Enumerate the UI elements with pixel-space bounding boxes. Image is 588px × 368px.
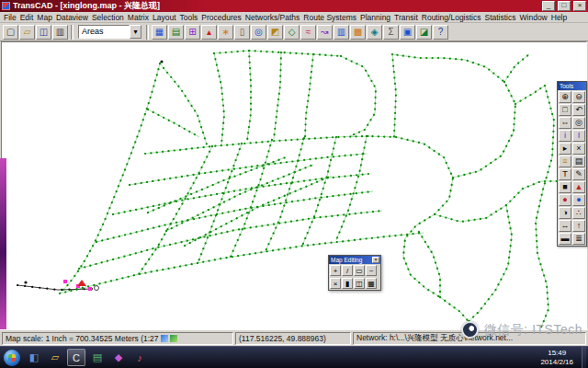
layer-dropdown[interactable]: Areas ▾ [78,25,141,39]
network-button[interactable]: ◇ [284,25,300,40]
info-tool[interactable]: i [559,130,571,142]
pan-tool[interactable]: ⇔ [559,117,571,129]
delete-element-button[interactable]: × [330,278,341,289]
layers-icon: ▤ [575,157,583,166]
logistics-button[interactable]: ◈ [367,25,382,40]
clear-selection-tool[interactable]: × [572,143,585,155]
open-file-button[interactable]: ▱ [19,25,35,40]
taskbar-clock[interactable]: 15:49 2014/2/16 [535,349,579,367]
status-layer-icon[interactable] [161,335,168,342]
zoom-window-tool[interactable]: □ [559,104,571,116]
recenter-tool[interactable]: ◎ [572,117,585,129]
planning-button[interactable]: ▩ [350,25,366,40]
fill-style-tool[interactable]: ■ [559,181,571,193]
route-system-icon: ↝ [321,27,328,37]
north-arrow-tool[interactable]: ↑ [572,220,585,232]
reshape-link-button[interactable]: ~ [366,265,377,276]
split-link-button[interactable]: ◫ [354,278,365,289]
start-button[interactable] [4,350,20,366]
taskbar-app-5[interactable]: ◆ [109,349,128,366]
chart-button[interactable]: ▴ [201,25,217,40]
multi-info-tool[interactable]: I [572,130,585,142]
statistics-icon: Σ [388,27,393,37]
scatter-theme-tool[interactable]: ∴ [572,207,585,219]
new-file-button[interactable]: ▢ [3,25,18,40]
map-editing-title-bar[interactable]: Map Editing × [329,256,380,264]
previous-scale-tool[interactable]: ↶ [572,104,585,116]
taskbar-app-4[interactable]: ▤ [88,349,107,366]
taskbar-app-2[interactable]: ▱ [46,349,64,366]
save-file-button[interactable]: ◫ [36,25,51,40]
palette-more-tool[interactable]: ≣ [572,233,585,245]
dataview-button[interactable]: ▤ [168,25,184,40]
menu-item-planning[interactable]: Planning [358,13,392,22]
road-network-map [1,41,587,329]
freehand-tool[interactable]: ✎ [572,168,585,180]
zoom-out-tool[interactable]: ⊖ [572,91,585,103]
shortest-path-button[interactable]: ≈ [300,25,316,40]
menu-item-routing-logistics[interactable]: Routing/Logistics [420,13,483,22]
menu-item-statistics[interactable]: Statistics [483,13,518,22]
menu-item-transit[interactable]: Transit [392,13,420,22]
status-units-icon[interactable] [170,335,177,342]
statistics-button[interactable]: Σ [383,25,399,40]
help-button[interactable]: ? [433,25,448,40]
selection-button[interactable]: ◩ [267,25,283,40]
save-edits-icon: ▦ [368,280,375,288]
map-canvas[interactable] [1,41,587,329]
zoom-in-tool[interactable]: ⊕ [559,91,571,103]
menu-item-layout[interactable]: Layout [151,13,178,22]
transit-button[interactable]: ▥ [334,25,349,40]
menu-item-tools[interactable]: Tools [178,13,200,22]
menu-item-file[interactable]: File [2,13,18,22]
scale-bar-tool[interactable]: ▬ [559,233,571,245]
route-system-button[interactable]: ↝ [317,25,333,40]
print-button[interactable]: ▥ [52,25,68,40]
label-tool[interactable]: T [559,168,571,180]
close-icon[interactable]: × [372,257,379,263]
theme-dot-red-tool[interactable]: ● [559,194,571,206]
select-rows-tool[interactable]: ≡ [559,155,571,167]
planning-icon: ▩ [354,27,362,37]
add-node-button[interactable]: + [330,265,341,276]
menu-item-matrix[interactable]: Matrix [126,13,151,22]
layout-button[interactable]: ▯ [234,25,250,40]
matrix-button[interactable]: ⊞ [185,25,200,40]
layers-tool[interactable]: ▤ [572,155,585,167]
window-tile-button[interactable]: ▣ [400,25,415,40]
menu-item-procedures[interactable]: Procedures [199,13,243,22]
theme-triangle-tool[interactable]: ▲ [572,181,585,193]
save-edits-button[interactable]: ▦ [366,278,377,289]
map-wizard-button[interactable]: ∗ [218,25,233,40]
north-arrow-icon: ↑ [577,222,582,230]
palette-more-icon: ≣ [575,235,582,243]
map-properties-button[interactable]: ▦ [152,25,167,40]
watermark-text: 微信号: ITSTech [484,322,582,339]
menu-item-map[interactable]: Map [35,13,54,22]
theme-dot-blue-tool[interactable]: ● [572,194,585,206]
select-point-tool[interactable]: ▸ [559,143,571,155]
merge-links-button[interactable]: ▮ [342,278,353,289]
menu-item-route-systems[interactable]: Route Systems [301,13,358,22]
menu-item-networks-paths[interactable]: Networks/Paths [243,13,302,22]
move-node-button[interactable]: ▭ [354,265,365,276]
maximize-button[interactable]: □ [558,1,571,11]
show-desktop-button[interactable] [582,347,586,368]
taskbar-app-6[interactable]: ♪ [130,349,149,366]
minimize-button[interactable]: _ [542,1,555,11]
tools-palette-title[interactable]: Tools [558,82,586,90]
menu-item-help[interactable]: Help [549,13,569,22]
locate-button[interactable]: ◎ [251,25,266,40]
menu-item-selection[interactable]: Selection [90,13,126,22]
taskbar-app-1[interactable]: ◧ [25,349,43,366]
measure-tool[interactable]: ↔ [559,220,571,232]
add-link-button[interactable]: / [342,265,353,276]
pie-theme-tool[interactable]: ◑ [559,207,571,219]
chevron-down-icon[interactable]: ▾ [130,25,141,39]
close-button[interactable]: × [573,1,586,11]
overlay-button[interactable]: ◪ [416,25,432,40]
menu-item-dataview[interactable]: Dataview [54,13,90,22]
menu-item-window[interactable]: Window [518,13,549,22]
menu-item-edit[interactable]: Edit [18,13,36,22]
taskbar-app-transcad[interactable]: C [67,349,85,366]
